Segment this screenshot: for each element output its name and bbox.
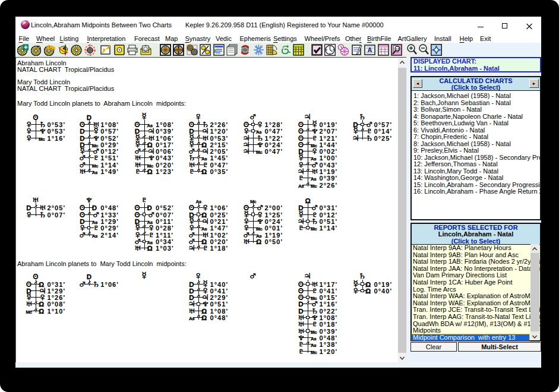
svg-text:A: A [368, 46, 372, 53]
svg-text:62: 62 [396, 48, 400, 51]
